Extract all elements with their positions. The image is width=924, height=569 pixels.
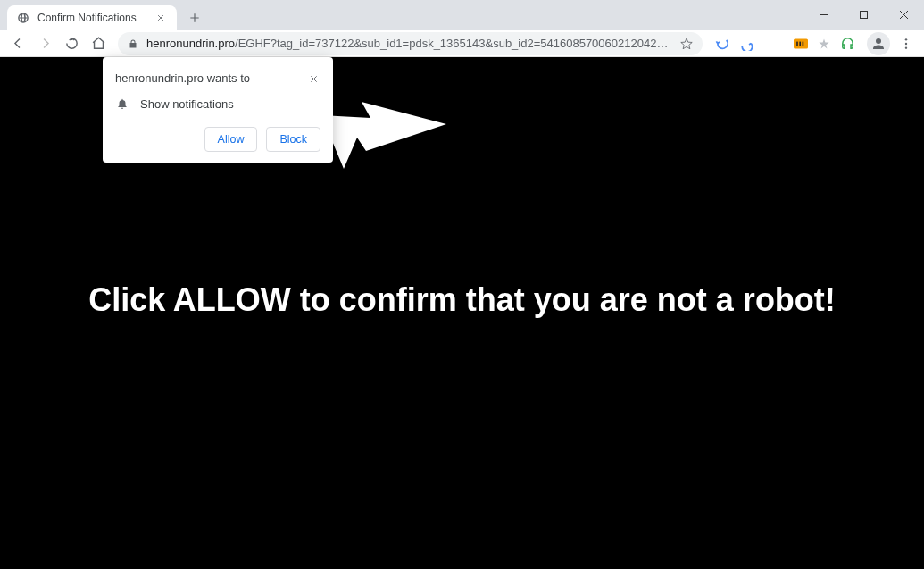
home-button[interactable] bbox=[86, 31, 111, 56]
address-bar[interactable]: henronundrin.pro/EGHF?tag_id=737122&sub_… bbox=[118, 32, 703, 55]
lock-icon bbox=[127, 38, 139, 50]
tab-close-icon[interactable] bbox=[154, 11, 168, 25]
close-window-button[interactable] bbox=[884, 0, 924, 29]
url-text: henronundrin.pro/EGHF?tag_id=737122&sub_… bbox=[146, 37, 672, 50]
permission-close-icon[interactable] bbox=[306, 71, 320, 86]
svg-rect-4 bbox=[803, 41, 804, 46]
window-controls bbox=[803, 0, 924, 29]
svg-rect-0 bbox=[861, 11, 868, 18]
url-host: henronundrin.pro bbox=[146, 37, 235, 50]
refresh-blue-1-icon[interactable] bbox=[713, 35, 731, 53]
minimize-button[interactable] bbox=[803, 0, 844, 29]
orange-box-icon[interactable] bbox=[792, 35, 810, 53]
browser-toolbar: henronundrin.pro/EGHF?tag_id=737122&sub_… bbox=[0, 30, 924, 57]
chrome-menu-button[interactable] bbox=[894, 31, 919, 56]
forward-button[interactable] bbox=[32, 31, 57, 56]
allow-button[interactable]: Allow bbox=[204, 127, 258, 152]
new-tab-button[interactable] bbox=[182, 5, 207, 30]
globe-icon bbox=[16, 11, 30, 25]
permission-title: henronundrin.pro wants to bbox=[115, 71, 306, 86]
svg-point-5 bbox=[905, 38, 907, 40]
browser-tab[interactable]: Confirm Notifications bbox=[7, 5, 177, 30]
svg-rect-3 bbox=[799, 41, 801, 46]
tab-title: Confirm Notifications bbox=[37, 12, 154, 24]
maximize-button[interactable] bbox=[844, 0, 884, 29]
svg-point-6 bbox=[905, 42, 907, 44]
gray-dot-icon[interactable] bbox=[815, 35, 833, 53]
bell-icon bbox=[115, 96, 129, 111]
url-path: /EGHF?tag_id=737122&sub_id1=pdsk_1365143… bbox=[235, 37, 672, 50]
profile-button[interactable] bbox=[867, 32, 890, 55]
extensions-area bbox=[710, 35, 860, 53]
block-button[interactable]: Block bbox=[266, 127, 320, 152]
svg-point-7 bbox=[905, 46, 907, 48]
reload-button[interactable] bbox=[59, 31, 84, 56]
tab-strip: Confirm Notifications bbox=[0, 0, 924, 30]
refresh-blue-2-icon[interactable] bbox=[737, 35, 754, 53]
back-button[interactable] bbox=[5, 31, 30, 56]
headphones-icon[interactable] bbox=[838, 35, 856, 53]
notification-permission-popup: henronundrin.pro wants to Show notificat… bbox=[103, 57, 333, 163]
permission-line: Show notifications bbox=[140, 97, 234, 111]
svg-rect-2 bbox=[796, 41, 798, 46]
page-headline: Click ALLOW to confirm that you are not … bbox=[88, 281, 836, 319]
bookmark-star-icon[interactable] bbox=[679, 37, 694, 51]
